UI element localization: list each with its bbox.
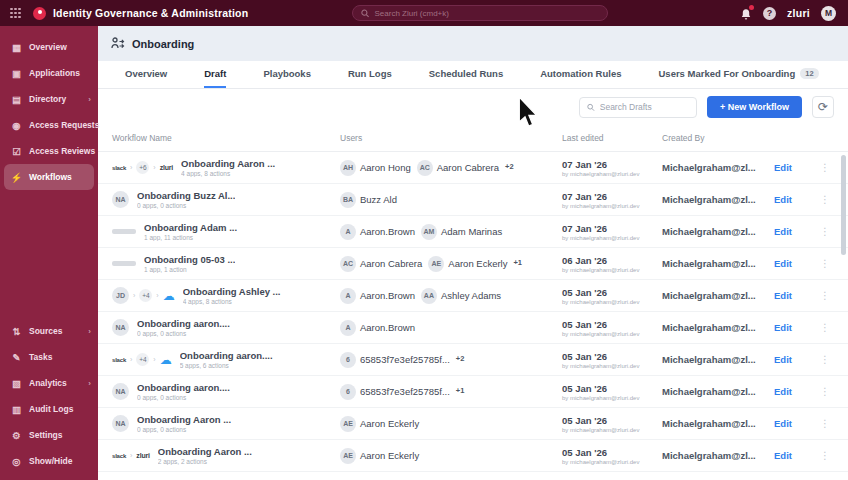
sidebar-item-settings[interactable]: ⚙Settings: [0, 422, 98, 448]
workflow-name-cell[interactable]: slack›+4›☁Onboarding aaron....5 apps, 6 …: [112, 350, 340, 369]
workflow-meta: 4 apps, 8 actions: [183, 298, 281, 305]
edit-link[interactable]: Edit: [774, 386, 816, 397]
sidebar-item-show-hide[interactable]: ◎Show/Hide: [0, 448, 98, 474]
notifications-bell-icon[interactable]: [740, 7, 752, 20]
row-menu-icon[interactable]: ⋮: [816, 322, 834, 333]
created-by-cell: Michaelgraham@zl...: [662, 418, 774, 429]
workflow-name-cell[interactable]: slack›+6›zluriOnboarding Aaron ...4 apps…: [112, 158, 340, 177]
workflow-name-cell[interactable]: slack›zluriOnboarding Aaron ...2 apps, 2…: [112, 446, 340, 465]
sidebar-item-directory[interactable]: ▤Directory›: [0, 86, 98, 112]
row-menu-icon[interactable]: ⋮: [816, 162, 834, 173]
refresh-button[interactable]: ⟳: [812, 96, 834, 118]
sidebar-item-tasks[interactable]: ✎Tasks: [0, 344, 98, 370]
user-chip: AEAaron Eckerly: [428, 256, 507, 272]
last-edited-cell: 07 Jan '26by michaelgraham@zluri.dev: [562, 223, 662, 241]
sidebar-item-workflows[interactable]: ⚡Workflows: [4, 164, 94, 190]
access-requests-icon: ◉: [10, 120, 23, 131]
user-avatar-initials: 6: [340, 384, 356, 400]
sidebar-item-label: Settings: [29, 430, 63, 440]
sidebar-item-access-reviews[interactable]: ☑Access Reviews: [0, 138, 98, 164]
edit-link[interactable]: Edit: [774, 418, 816, 429]
tab-users-marked-for-onboarding[interactable]: Users Marked For Onboarding12: [658, 61, 818, 88]
row-menu-icon[interactable]: ⋮: [816, 226, 834, 237]
sidebar-item-overview[interactable]: ▦Overview: [0, 34, 98, 60]
edit-link[interactable]: Edit: [774, 194, 816, 205]
sidebar-item-sources[interactable]: ⇅Sources›: [0, 318, 98, 344]
user-avatar[interactable]: M: [821, 6, 836, 21]
users-cell: BABuzz Ald: [340, 192, 562, 208]
last-edited-by: by michaelgraham@zluri.dev: [562, 299, 662, 305]
users-cell: ACAaron CabreraAEAaron Eckerly+1: [340, 256, 562, 272]
workflow-name-cell[interactable]: Onboarding Adam ...1 app, 11 actions: [112, 222, 340, 241]
row-menu-icon[interactable]: ⋮: [816, 386, 834, 397]
workflow-meta: 2 apps, 2 actions: [158, 458, 252, 465]
edit-link[interactable]: Edit: [774, 322, 816, 333]
tab-overview[interactable]: Overview: [125, 61, 167, 88]
tab-run-logs[interactable]: Run Logs: [348, 61, 392, 88]
user-avatar-initials: AH: [340, 160, 356, 176]
edit-link[interactable]: Edit: [774, 162, 816, 173]
extra-users-count: +1: [513, 258, 522, 267]
tab-count-badge: 12: [800, 68, 818, 79]
search-icon: [587, 103, 595, 112]
edit-link[interactable]: Edit: [774, 258, 816, 269]
user-name: 65853f7e3ef25785f...: [360, 354, 450, 365]
sidebar-item-analytics[interactable]: ▧Analytics›: [0, 370, 98, 396]
flow-arrow-icon: ›: [133, 292, 135, 299]
workflow-name-cell[interactable]: NAOnboarding aaron....0 apps, 0 actions: [112, 382, 340, 401]
edit-link[interactable]: Edit: [774, 354, 816, 365]
user-avatar-initials: 6: [340, 352, 356, 368]
created-by-cell: Michaelgraham@zl...: [662, 322, 774, 333]
sidebar-item-label: Workflows: [29, 172, 72, 182]
user-chip: AHAaron Hong: [340, 160, 411, 176]
app-grid-icon[interactable]: [10, 8, 21, 19]
edit-link[interactable]: Edit: [774, 290, 816, 301]
last-edited-cell: 05 Jan '26by michaelgraham@zluri.dev: [562, 351, 662, 369]
help-icon[interactable]: ?: [763, 7, 776, 20]
last-edited-cell: 05 Jan '26by michaelgraham@zluri.dev: [562, 415, 662, 433]
workflow-avatar: JD: [112, 287, 129, 304]
workflow-name: Onboarding Adam ...: [144, 222, 237, 233]
zluri-logo: zluri: [787, 7, 810, 19]
sidebar-item-audit-logs[interactable]: ▥Audit Logs: [0, 396, 98, 422]
workflow-name-cell[interactable]: NAOnboarding aaron....0 apps, 0 actions: [112, 318, 340, 337]
table-row: Onboarding Adam ...1 app, 11 actionsAAar…: [98, 216, 848, 248]
sidebar-item-applications[interactable]: ▣Applications: [0, 60, 98, 86]
last-edited-date: 05 Jan '26: [562, 319, 662, 330]
column-header-1: Workflow Name: [112, 133, 340, 143]
workflow-name-block: Onboarding Buzz Al...0 apps, 0 actions: [137, 190, 235, 209]
users-cell: 665853f7e3ef25785f...+2: [340, 352, 562, 368]
tab-scheduled-runs[interactable]: Scheduled Runs: [429, 61, 503, 88]
row-menu-icon[interactable]: ⋮: [816, 194, 834, 205]
row-menu-icon[interactable]: ⋮: [816, 354, 834, 365]
chevron-right-icon: ›: [88, 379, 91, 388]
last-edited-date: 05 Jan '26: [562, 415, 662, 426]
tab-draft[interactable]: Draft: [204, 61, 226, 88]
vertical-scrollbar-thumb[interactable]: [841, 155, 846, 255]
edit-link[interactable]: Edit: [774, 450, 816, 461]
tab-automation-rules[interactable]: Automation Rules: [540, 61, 621, 88]
search-drafts[interactable]: [579, 97, 697, 118]
workflow-name-cell[interactable]: JD›+4›☁Onboarding Ashley ...4 apps, 8 ac…: [112, 286, 340, 305]
row-menu-icon[interactable]: ⋮: [816, 450, 834, 461]
user-chip: AAAshley Adams: [421, 288, 501, 304]
row-menu-icon[interactable]: ⋮: [816, 418, 834, 429]
row-menu-icon[interactable]: ⋮: [816, 290, 834, 301]
sidebar-group-secondary: ⇅Sources›✎Tasks▧Analytics›▥Audit Logs⚙Se…: [0, 318, 98, 474]
tab-playbooks[interactable]: Playbooks: [263, 61, 311, 88]
user-name: Aaron Eckerly: [448, 258, 507, 269]
workflow-name-block: Onboarding aaron....5 apps, 6 actions: [180, 350, 273, 369]
workflow-name-cell[interactable]: NAOnboarding Buzz Al...0 apps, 0 actions: [112, 190, 340, 209]
workflow-meta: 4 apps, 8 actions: [181, 170, 275, 177]
sidebar-item-access-requests[interactable]: ◉Access Requests: [0, 112, 98, 138]
row-menu-icon[interactable]: ⋮: [816, 258, 834, 269]
new-workflow-button[interactable]: + New Workflow: [707, 96, 802, 118]
workflow-name-cell[interactable]: Onboarding 05-03 ...1 app, 1 action: [112, 254, 340, 273]
search-drafts-input[interactable]: [600, 102, 689, 112]
edit-link[interactable]: Edit: [774, 226, 816, 237]
user-avatar-initials: AE: [340, 448, 356, 464]
workflow-name-cell[interactable]: NAOnboarding Aaron ...0 apps, 0 actions: [112, 414, 340, 433]
global-search-input[interactable]: [374, 9, 599, 18]
global-search[interactable]: [352, 5, 608, 21]
last-edited-cell: 06 Jan '26by michaelgraham@zluri.dev: [562, 255, 662, 273]
